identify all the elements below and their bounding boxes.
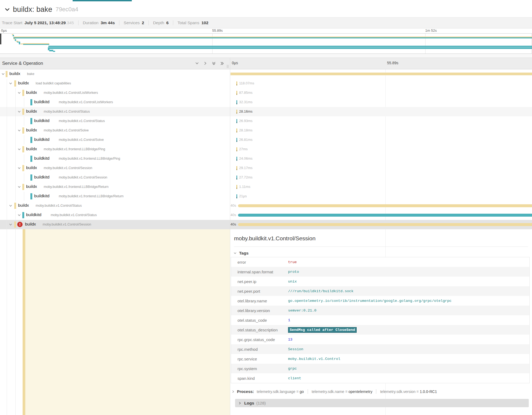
span-row-buildkitd-12[interactable]: buildkitdmoby.buildkit.v1.Control/Sessio… [0,173,532,182]
span-timeline-cell[interactable]: 26.81ms [230,135,532,145]
span-row-buildkitd-6[interactable]: buildkitdmoby.buildkit.v1.Control/Status… [0,116,532,126]
tag-row-internal.span.format[interactable]: internal.span.formatproto [231,267,529,277]
tag-row-rpc.service[interactable]: rpc.servicemoby.buildkit.v1.Control [231,354,529,364]
span-name-cell[interactable]: buildxmoby.buildkit.v1.Control/Solve [0,126,230,135]
span-name-cell[interactable]: buildxmoby.buildkit.v1.Control/Status [0,201,230,210]
span-row-buildx-1[interactable]: buildxbake [0,69,532,79]
span-name-cell[interactable]: buildkitdmoby.buildkit.v1.frontend.LLBBr… [0,154,230,163]
span-duration-tick[interactable] [236,176,237,180]
span-duration-tick[interactable] [236,128,237,133]
span-timeline-cell[interactable]: 27ms [230,145,532,154]
tag-row-otel.status_code[interactable]: otel.status_code1 [231,315,529,325]
tag-row-rpc.system[interactable]: rpc.systemgrpc [231,364,529,373]
span-timeline-cell[interactable]: 87.85ms [230,88,532,98]
tag-row-net.peer.ip[interactable]: net.peer.ipunix [231,277,529,286]
tag-row-rpc.grpc.status_code[interactable]: rpc.grpc.status_code13 [231,335,529,344]
span-duration-tick[interactable] [236,138,237,142]
span-timeline-cell[interactable]: 27.72ms [230,173,532,182]
tag-row-otel.library.version[interactable]: otel.library.versionsemver:0.21.0 [231,306,529,315]
column-resize-handle[interactable] [227,65,228,68]
span-name-cell[interactable]: !buildxmoby.buildkit.v1.Control/Session [0,220,230,229]
span-name-cell[interactable]: buildkitdmoby.buildkit.v1.Control/Solve [0,135,230,145]
tag-row-error[interactable]: errortrue [231,257,529,267]
minimap-scrubber-handle[interactable] [0,34,1,44]
span-name-cell[interactable]: buildxload buildkit capabilities [0,79,230,88]
span-row-buildx-13[interactable]: buildxmoby.buildkit.v1.frontend.LLBBridg… [0,182,532,192]
span-timeline-cell[interactable]: 118.07ms [230,79,532,88]
chevron-down-icon[interactable] [1,72,5,77]
span-duration-bar[interactable] [238,204,532,207]
expand-one-icon[interactable] [203,61,208,66]
span-duration-tick[interactable] [236,119,237,123]
span-name-cell[interactable]: buildxmoby.buildkit.v1.frontend.LLBBridg… [0,145,230,154]
process-section[interactable]: Process: telemetry.sdk.language = gotele… [232,389,437,394]
tag-row-otel.library.name[interactable]: otel.library.namego.opentelemetry.io/con… [231,296,529,306]
span-duration-tick[interactable] [236,194,237,198]
span-timeline-cell[interactable]: 29.17ms [230,163,532,173]
span-row-buildx-3[interactable]: buildxmoby.buildkit.v1.Control/ListWorke… [0,88,532,98]
span-duration-tick[interactable] [236,81,237,85]
span-timeline-cell[interactable]: 32.31ms [230,98,532,107]
chevron-down-icon[interactable] [17,166,21,171]
chevron-down-icon[interactable] [9,204,12,209]
span-duration-tick[interactable] [236,166,237,170]
collapse-all-icon[interactable] [211,61,216,66]
span-timeline-cell[interactable]: 28.18ms [230,126,532,135]
span-name-cell[interactable]: buildkitdmoby.buildkit.v1.Control/Status [0,210,230,220]
chevron-down-icon[interactable] [17,185,21,190]
span-duration-bar[interactable] [238,214,532,217]
span-name-cell[interactable]: buildxmoby.buildkit.v1.Control/Session [0,163,230,173]
tag-row-otel.status_description[interactable]: otel.status_descriptionSendMsg called af… [231,325,529,335]
span-name-cell[interactable]: buildkitdmoby.buildkit.v1.Control/Status [0,116,230,126]
expand-all-icon[interactable] [220,61,224,66]
span-row-buildx-2[interactable]: buildxload buildkit capabilities118.07ms [0,79,532,88]
tag-row-rpc.method[interactable]: rpc.methodSession [231,344,529,354]
span-row-buildkitd-4[interactable]: buildkitdmoby.buildkit.v1.Control/ListWo… [0,98,532,107]
span-timeline-cell[interactable]: 26.93ms [230,116,532,126]
span-timeline-cell[interactable]: 24.06ms [230,154,532,163]
span-timeline-cell[interactable] [230,69,532,79]
span-name-cell[interactable]: buildxbake [0,69,230,79]
span-name-cell[interactable]: buildxmoby.buildkit.v1.frontend.LLBBridg… [0,182,230,192]
span-name-cell[interactable]: buildxmoby.buildkit.v1.Control/Status [0,107,230,116]
span-duration-bar[interactable] [238,223,532,226]
collapse-one-icon[interactable] [195,61,199,66]
span-row-buildx-15[interactable]: buildxmoby.buildkit.v1.Control/Status40s [0,201,532,210]
chevron-down-icon[interactable] [17,213,21,218]
chevron-down-icon[interactable] [17,128,21,133]
span-row-buildkitd-10[interactable]: buildkitdmoby.buildkit.v1.frontend.LLBBr… [0,154,532,163]
span-row-buildkitd-8[interactable]: buildkitdmoby.buildkit.v1.Control/Solve2… [0,135,532,145]
span-duration-bar[interactable] [230,73,532,75]
tags-section-toggle[interactable]: Tags [233,251,249,256]
span-row-buildkitd-16[interactable]: buildkitdmoby.buildkit.v1.Control/Status… [0,210,532,220]
chevron-down-icon[interactable] [17,110,21,115]
span-duration-tick[interactable] [236,100,237,104]
chevron-down-icon[interactable] [9,81,12,86]
span-duration-tick[interactable] [236,157,237,161]
span-timeline-cell[interactable]: 40s [230,201,532,210]
span-name-cell[interactable]: buildkitdmoby.buildkit.v1.Control/ListWo… [0,98,230,107]
span-timeline-cell[interactable]: 28.16ms [230,107,532,116]
span-timeline-cell[interactable]: 40s [230,220,532,229]
tag-row-span.kind[interactable]: span.kindclient [231,373,529,383]
span-row-buildx-9[interactable]: buildxmoby.buildkit.v1.frontend.LLBBridg… [0,145,532,154]
span-duration-tick[interactable] [236,91,237,95]
span-name-cell[interactable]: buildkitdmoby.buildkit.v1.Control/Sessio… [0,173,230,182]
span-duration-tick[interactable] [236,185,237,189]
span-row-buildx-5[interactable]: buildxmoby.buildkit.v1.Control/Status28.… [0,107,532,116]
span-timeline-cell[interactable]: 21μs [230,192,532,201]
span-duration-tick[interactable] [236,110,237,114]
span-row-buildx-11[interactable]: buildxmoby.buildkit.v1.Control/Session29… [0,163,532,173]
span-row-buildkitd-14[interactable]: buildkitdmoby.buildkit.v1.frontend.LLBBr… [0,192,532,201]
span-name-cell[interactable]: buildkitdmoby.buildkit.v1.frontend.LLBBr… [0,192,230,201]
span-name-cell[interactable]: buildxmoby.buildkit.v1.Control/ListWorke… [0,88,230,98]
chevron-down-icon[interactable] [17,91,21,96]
chevron-down-icon[interactable] [17,147,21,152]
tag-row-net.peer.port[interactable]: net.peer.port///run/buildkit/buildkitd.s… [231,286,529,296]
span-timeline-cell[interactable]: 1.11ms [230,182,532,192]
logs-section-toggle[interactable]: Logs (128) [235,399,529,407]
trace-minimap[interactable] [0,33,532,54]
span-row-buildx-7[interactable]: buildxmoby.buildkit.v1.Control/Solve28.1… [0,126,532,135]
chevron-down-icon[interactable] [9,223,12,227]
span-duration-tick[interactable] [236,147,237,151]
